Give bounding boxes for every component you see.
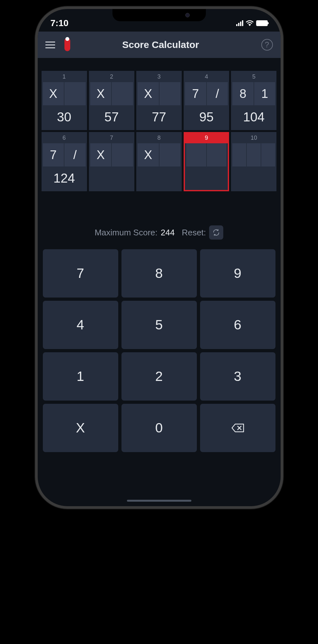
frame-score: 77 [136,105,182,130]
frame-balls: 7/ [184,82,229,105]
frame-7[interactable]: 7X [89,132,134,191]
frame-balls: X [89,143,134,166]
frame-4[interactable]: 47/95 [184,71,229,130]
ball-1: X [138,143,159,166]
frame-8[interactable]: 8X [136,132,182,191]
front-camera [185,13,190,17]
frame-balls [185,143,228,166]
frame-balls: 7/ [42,143,87,166]
ball-1: X [43,82,64,105]
frame-number: 6 [42,132,87,143]
phone-frame: 7:10 Score Calculator ? 1X302X573X7747/9… [35,6,283,509]
ball-2: / [64,143,86,166]
reset-label: Reset: [182,228,206,238]
refresh-icon [212,229,220,236]
info-bar: Maximum Score: 244 Reset: [38,193,281,249]
ball-2 [112,143,133,166]
frame-balls [231,143,276,166]
ball-2 [247,143,261,166]
frame-balls: X [89,82,134,105]
ball-2 [112,82,133,105]
home-indicator[interactable] [127,500,191,502]
frame-number: 10 [231,132,276,143]
frame-score [136,166,182,190]
frame-balls: X [136,82,182,105]
frame-balls: X [136,143,182,166]
key-backspace[interactable] [200,404,275,452]
page-title: Score Calculator [67,39,255,50]
frame-score: 57 [89,105,134,130]
frame-number: 9 [184,132,229,143]
frame-score: 30 [42,105,87,130]
frame-5[interactable]: 581104 [231,71,276,130]
key-2[interactable]: 2 [121,352,197,401]
ball-1: 8 [232,82,254,105]
frame-number: 1 [42,71,87,82]
frame-number: 7 [89,132,134,143]
frames-container: 1X302X573X7747/95581104 67/1247X8X910 [38,58,281,191]
frame-balls: X [42,82,87,105]
ball-2 [64,82,86,105]
ball-1: 7 [185,82,206,105]
max-score-value: 244 [161,228,175,238]
key-9[interactable]: 9 [200,249,275,298]
frame-number: 2 [89,71,134,82]
frame-10[interactable]: 10 [231,132,276,191]
ball-2 [207,143,227,166]
help-icon[interactable]: ? [261,39,273,51]
phone-notch [112,9,206,21]
frame-1[interactable]: 1X30 [42,71,87,130]
frame-2[interactable]: 2X57 [89,71,134,130]
app-logo [62,37,73,52]
frame-score [185,166,228,190]
frame-score: 104 [231,105,276,130]
key-6[interactable]: 6 [200,301,275,349]
ball-2: / [207,82,228,105]
frame-score: 124 [42,166,87,191]
ball-1: 7 [43,143,64,166]
frame-number: 8 [136,132,182,143]
backspace-icon [231,423,244,432]
app-header: Score Calculator ? [38,32,281,58]
max-score-label: Maximum Score: [95,228,158,238]
ball-1: X [90,82,111,105]
reset-button[interactable] [209,225,223,240]
key-8[interactable]: 8 [121,249,197,298]
wifi-icon [246,20,254,26]
frame-score [231,166,276,190]
key-1[interactable]: 1 [43,352,118,401]
ball-2 [159,82,181,105]
status-time: 7:10 [51,18,69,28]
key-0[interactable]: 0 [121,404,197,452]
frame-number: 3 [136,71,182,82]
frame-number: 4 [184,71,229,82]
frame-9[interactable]: 9 [184,132,229,191]
key-3[interactable]: 3 [200,352,275,401]
key-strike[interactable]: X [43,404,118,452]
frame-score [89,166,134,190]
frame-3[interactable]: 3X77 [136,71,182,130]
frame-score: 95 [184,105,229,130]
key-4[interactable]: 4 [43,301,118,349]
ball-1: X [138,82,159,105]
ball-1: X [90,143,111,166]
ball-3 [261,143,275,166]
frame-6[interactable]: 67/124 [42,132,87,191]
key-7[interactable]: 7 [43,249,118,298]
frame-number: 5 [231,71,276,82]
cellular-icon [236,20,243,26]
ball-1 [232,143,246,166]
battery-icon [256,20,268,26]
ball-2: 1 [254,82,275,105]
status-right [236,20,268,26]
frame-balls: 81 [231,82,276,105]
key-5[interactable]: 5 [121,301,197,349]
menu-icon[interactable] [45,42,55,48]
keypad: 789456123X0 [38,249,281,452]
ball-1 [186,143,206,166]
ball-2 [159,143,181,166]
